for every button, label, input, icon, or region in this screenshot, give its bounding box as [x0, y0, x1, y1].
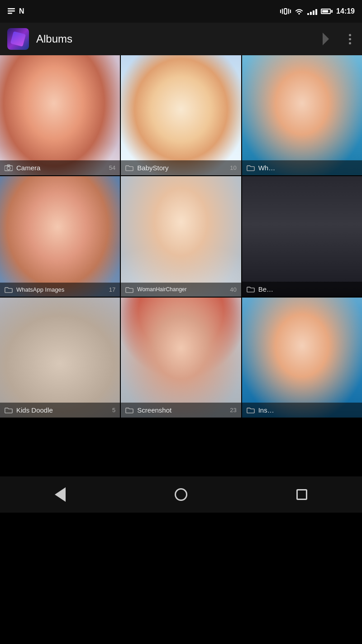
folder-icon-col3-row0	[247, 164, 255, 171]
album-count-whatsapp: 17	[109, 286, 115, 293]
album-name-col3-row2: Ins…	[258, 406, 274, 414]
status-time: 14:19	[336, 7, 355, 15]
album-label-kidsdoodle: Kids Doodle 5	[0, 403, 120, 418]
album-label-screenshot: Screenshot 23	[121, 403, 241, 418]
folder-icon-kidsdoodle	[5, 407, 13, 413]
album-label-babystory: BabyStory 10	[121, 160, 241, 175]
nav-bar	[0, 476, 362, 513]
camera-icon	[5, 164, 13, 171]
folder-icon-whatsapp	[5, 286, 13, 293]
album-label-col3-row2: Ins…	[242, 403, 362, 418]
nav-recent-button[interactable]	[288, 481, 315, 508]
svg-point-3	[299, 13, 300, 14]
album-count-camera: 54	[109, 164, 115, 171]
status-bar: N	[0, 0, 362, 23]
album-cell-col3-row2[interactable]: Ins…	[242, 298, 362, 418]
album-cell-screenshot[interactable]: Screenshot 23	[121, 298, 241, 418]
album-name-babystory: BabyStory	[137, 164, 168, 172]
folder-icon-womanhair	[125, 286, 133, 293]
back-icon	[55, 487, 66, 502]
album-label-whatsapp: WhatsApp Images 17	[0, 283, 120, 297]
album-name-col3-row1: Be…	[258, 285, 273, 293]
status-right: 14:19	[280, 7, 355, 15]
albums-grid: Camera 54 BabyStory 10 Wh…	[0, 55, 362, 418]
folder-icon-screenshot	[125, 407, 133, 413]
album-label-col3-row0: Wh…	[242, 160, 362, 175]
album-cell-babystory[interactable]: BabyStory 10	[121, 55, 241, 175]
album-cell-col3-row1[interactable]: Be…	[242, 176, 362, 296]
app-icon	[7, 28, 29, 50]
more-menu-button[interactable]	[345, 30, 355, 48]
album-cell-col3-row0[interactable]: Wh…	[242, 55, 362, 175]
svg-rect-0	[8, 8, 15, 10]
album-name-col3-row0: Wh…	[258, 164, 276, 172]
album-cell-womanhair[interactable]: WomanHairChanger 40	[121, 176, 241, 296]
album-name-camera: Camera	[16, 164, 40, 172]
folder-icon-babystory	[125, 164, 133, 171]
battery-icon	[321, 9, 333, 14]
album-cell-camera[interactable]: Camera 54	[0, 55, 120, 175]
album-cell-whatsapp[interactable]: WhatsApp Images 17	[0, 176, 120, 296]
nav-back-button[interactable]	[47, 481, 74, 508]
toolbar-title: Albums	[36, 33, 315, 45]
status-left: N	[7, 7, 24, 15]
album-name-kidsdoodle: Kids Doodle	[16, 406, 53, 414]
svg-rect-4	[322, 10, 328, 12]
album-count-kidsdoodle: 5	[112, 407, 115, 413]
bottom-area	[0, 418, 362, 476]
album-name-whatsapp: WhatsApp Images	[16, 286, 64, 293]
n-notification-icon: N	[19, 7, 24, 15]
album-count-babystory: 10	[230, 164, 236, 171]
album-label-womanhair: WomanHairChanger 40	[121, 283, 241, 297]
album-count-womanhair: 40	[230, 286, 236, 293]
album-label-camera: Camera 54	[0, 160, 120, 175]
album-name-womanhair: WomanHairChanger	[137, 286, 186, 293]
svg-point-6	[7, 167, 10, 170]
home-icon	[175, 488, 187, 501]
svg-rect-2	[8, 13, 12, 14]
album-cell-kidsdoodle[interactable]: Kids Doodle 5	[0, 298, 120, 418]
nav-home-button[interactable]	[167, 481, 195, 508]
svg-rect-1	[8, 10, 15, 12]
signal-bars	[307, 8, 317, 15]
wifi-icon	[295, 8, 304, 15]
vibrate-icon	[280, 8, 291, 14]
album-name-screenshot: Screenshot	[137, 406, 171, 414]
scroll-arrow-hint	[323, 33, 329, 45]
album-count-screenshot: 23	[230, 407, 236, 413]
folder-icon-col3-row2	[247, 407, 255, 413]
album-label-col3-row1: Be…	[242, 282, 362, 297]
recent-icon	[296, 489, 307, 500]
menu-icon	[7, 8, 15, 15]
toolbar: Albums	[0, 23, 362, 55]
folder-icon-col3-row1	[247, 286, 255, 293]
